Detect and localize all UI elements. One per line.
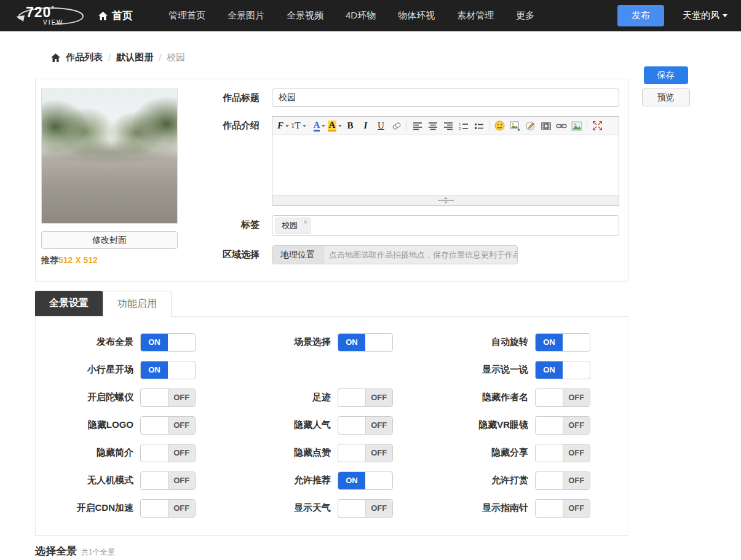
align-right-icon[interactable] xyxy=(440,119,456,133)
toggle-scene-select[interactable]: ON xyxy=(338,333,393,352)
cover-size-hint: 推荐512 X 512 xyxy=(41,255,178,266)
preview-button[interactable]: 预览 xyxy=(642,89,690,106)
emoticon-icon[interactable] xyxy=(492,119,507,133)
publish-button[interactable]: 发布 xyxy=(617,5,664,26)
nav-item-pano-images[interactable]: 全景图片 xyxy=(228,10,264,22)
nav-item-manage-home[interactable]: 管理首页 xyxy=(168,10,205,22)
pano-settings-panel: 发布全景ON 场景选择ON 自动旋转ON 小行星开场ON 显示说一说ON 开启陀… xyxy=(35,317,628,536)
change-cover-button[interactable]: 修改封面 xyxy=(41,231,178,249)
underline-icon[interactable]: U xyxy=(373,119,389,133)
rich-text-editor: F TT A A B I U xyxy=(272,116,619,206)
editor-content-area[interactable] xyxy=(272,135,619,195)
breadcrumb-default-album[interactable]: 默认图册 xyxy=(116,52,153,63)
logo-number: 720° xyxy=(26,6,55,20)
form-fields: 作品标题 作品介绍 F TT A A B xyxy=(204,89,619,266)
select-pano-section: 选择全景 共1个全景 xyxy=(35,544,741,558)
cover-column: 修改封面 推荐512 X 512 xyxy=(41,89,178,266)
tab-feature-enable[interactable]: 功能启用 xyxy=(103,291,172,317)
nav-item-asset-manage[interactable]: 素材管理 xyxy=(457,10,494,22)
editor-toolbar: F TT A A B I U xyxy=(272,117,619,135)
nav-home[interactable]: 首页 xyxy=(98,9,133,23)
breadcrumb: 作品列表 / 默认图册 / 校园 xyxy=(51,52,741,63)
toggle-hide-logo[interactable]: OFF xyxy=(140,416,196,435)
save-button[interactable]: 保存 xyxy=(644,66,688,84)
toggle-auto-rotate[interactable]: ON xyxy=(535,333,590,352)
toggle-drone-mode[interactable]: OFF xyxy=(140,471,196,490)
pano-count: 共1个全景 xyxy=(81,547,115,558)
toggle-show-comments[interactable]: ON xyxy=(535,361,590,379)
geo-location-placeholder[interactable]: 点击地图选取作品拍摄地点，保存位置信息更利于作品被推 xyxy=(323,246,517,264)
toggle-little-planet-intro[interactable]: ON xyxy=(140,361,196,379)
toggle-show-compass[interactable]: OFF xyxy=(535,499,590,518)
region-label: 区域选择 xyxy=(204,245,260,264)
title-input[interactable] xyxy=(272,89,619,107)
picture-icon[interactable] xyxy=(569,119,584,133)
settings-tabs: 全景设置 功能启用 xyxy=(35,291,628,317)
nav-item-4d-objects[interactable]: 4D环物 xyxy=(346,10,376,22)
align-left-icon[interactable] xyxy=(410,119,425,133)
bold-icon[interactable]: B xyxy=(343,119,358,133)
breadcrumb-current: 校园 xyxy=(167,52,185,63)
toggle-show-weather[interactable]: OFF xyxy=(338,499,393,518)
toggle-cdn-acceleration[interactable]: OFF xyxy=(140,499,196,518)
editor-statusbar xyxy=(272,195,619,205)
link-icon[interactable] xyxy=(553,119,569,133)
switch-grid: 发布全景ON 场景选择ON 自动旋转ON 小行星开场ON 显示说一说ON 开启陀… xyxy=(36,328,628,522)
toggle-allow-tips[interactable]: OFF xyxy=(535,471,590,490)
nav-item-pano-videos[interactable]: 全景视频 xyxy=(287,10,323,22)
unordered-list-icon[interactable] xyxy=(471,119,486,133)
logo-word: VIEW xyxy=(43,19,64,26)
select-pano-title: 选择全景 xyxy=(35,544,77,558)
toggle-hide-likes[interactable]: OFF xyxy=(338,444,393,462)
action-column: 保存 预览 xyxy=(636,66,695,282)
work-edit-panel: 修改封面 推荐512 X 512 作品标题 作品介绍 F TT xyxy=(35,79,628,282)
italic-icon[interactable]: I xyxy=(358,119,373,133)
align-center-icon[interactable] xyxy=(425,119,440,133)
tags-label: 标签 xyxy=(204,215,260,236)
editor-resize-grip[interactable] xyxy=(438,197,454,203)
nav-item-object-view[interactable]: 物体环视 xyxy=(398,10,435,22)
nav-item-more[interactable]: 更多 xyxy=(516,10,534,22)
toggle-hide-author[interactable]: OFF xyxy=(535,388,590,407)
remove-format-icon[interactable] xyxy=(389,119,404,133)
media-icon[interactable] xyxy=(538,119,553,133)
toggle-gyroscope[interactable]: OFF xyxy=(140,388,196,407)
tag-chip: 校园× xyxy=(275,218,311,234)
toggle-footprints[interactable]: OFF xyxy=(338,388,393,407)
toggle-hide-share[interactable]: OFF xyxy=(535,444,590,462)
toggle-hide-popularity[interactable]: OFF xyxy=(338,416,393,435)
toggle-hide-vr-glasses[interactable]: OFF xyxy=(535,416,590,435)
toggle-hide-intro[interactable]: OFF xyxy=(140,444,196,462)
intro-label: 作品介绍 xyxy=(204,116,260,206)
home-icon xyxy=(51,53,60,62)
tab-pano-settings[interactable]: 全景设置 xyxy=(35,291,103,316)
tag-remove-icon[interactable]: × xyxy=(304,218,307,226)
highlight-color-icon[interactable]: A xyxy=(327,119,343,133)
fullscreen-icon[interactable] xyxy=(590,119,605,133)
user-menu[interactable]: 天堂的风 xyxy=(683,10,727,22)
chevron-down-icon xyxy=(723,14,727,17)
region-picker: 地理位置 点击地图选取作品拍摄地点，保存位置信息更利于作品被推 xyxy=(272,245,518,264)
breadcrumb-works-list[interactable]: 作品列表 xyxy=(66,52,103,63)
svg-text:1: 1 xyxy=(459,122,461,126)
tags-input[interactable]: 校园× xyxy=(272,215,619,236)
image-upload-icon[interactable] xyxy=(507,119,523,133)
home-icon xyxy=(98,12,108,20)
brand-logo[interactable]: 720° VIEW xyxy=(11,3,86,29)
svg-text:2: 2 xyxy=(459,127,461,130)
top-navbar: 720° VIEW 首页 管理首页 全景图片 全景视频 4D环物 物体环视 素材… xyxy=(0,0,741,31)
toggle-allow-recommend[interactable]: ON xyxy=(338,471,393,490)
nav-menu: 管理首页 全景图片 全景视频 4D环物 物体环视 素材管理 更多 xyxy=(168,10,534,22)
font-size-icon[interactable]: TT xyxy=(291,119,306,133)
page-edit-icon[interactable] xyxy=(523,119,538,133)
font-family-icon[interactable]: F xyxy=(275,119,291,133)
text-color-icon[interactable]: A xyxy=(312,119,327,133)
toggle-publish-pano[interactable]: ON xyxy=(140,333,196,352)
ordered-list-icon[interactable]: 12 xyxy=(456,119,471,133)
title-label: 作品标题 xyxy=(204,89,260,107)
geo-location-button[interactable]: 地理位置 xyxy=(272,246,323,264)
cover-thumbnail xyxy=(41,89,178,224)
